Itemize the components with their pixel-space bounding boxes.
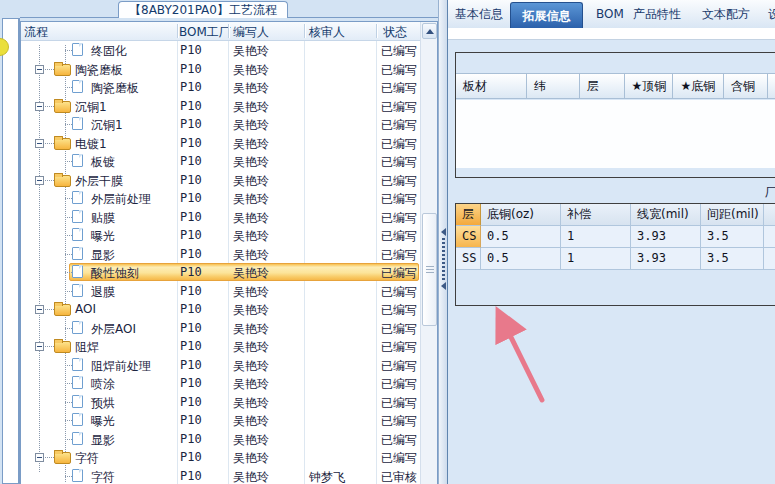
- tree-row-step[interactable]: 曝光 P10 吴艳玲 已编写: [21, 411, 420, 430]
- document-icon: [72, 117, 83, 130]
- tree-row-step[interactable]: 酸性蚀刻 P10 吴艳玲 已编写: [21, 263, 420, 282]
- tree-row-step[interactable]: 喷涂 P10 吴艳玲 已编写: [21, 374, 420, 393]
- column-header-bom[interactable]: BOM工厂: [179, 24, 231, 41]
- tab-basic-info[interactable]: 基本信息: [450, 0, 508, 28]
- tree-row-step[interactable]: 显影 P10 吴艳玲 已编写: [21, 430, 420, 449]
- tree-row-step[interactable]: 退膜 P10 吴艳玲 已编写: [21, 282, 420, 301]
- cell-writer: 吴艳玲: [233, 321, 269, 338]
- tree-row-step[interactable]: 外层前处理 P10 吴艳玲 已编写: [21, 189, 420, 208]
- tree-row-step[interactable]: 字符 P10 吴艳玲 钟梦飞 已审核: [21, 467, 420, 484]
- cell-writer: 吴艳玲: [233, 358, 269, 375]
- document-icon: [72, 395, 83, 408]
- folder-icon: [54, 341, 71, 353]
- column-header-writer[interactable]: 编写人: [233, 24, 269, 41]
- cell-status: 已编写: [381, 191, 420, 208]
- tree-row-step[interactable]: 外层AOI P10 吴艳玲 已编写: [21, 319, 420, 338]
- copper-table-header: 层底铜(oz)补偿线宽(mil)间距(mil): [456, 204, 775, 226]
- tree-row-step[interactable]: 贴膜 P10 吴艳玲 已编写: [21, 208, 420, 227]
- cell-value[interactable]: 0.5: [481, 248, 561, 270]
- tree-row-step[interactable]: 显影 P10 吴艳玲 已编写: [21, 245, 420, 264]
- folder-icon: [54, 304, 71, 316]
- column-header-reviewer[interactable]: 核审人: [309, 24, 345, 41]
- cell-bom-factory: P10: [180, 117, 202, 131]
- tree-row-step[interactable]: 沉铜1 P10 吴艳玲 已编写: [21, 115, 420, 134]
- folder-icon: [54, 452, 71, 464]
- copper-row-ss[interactable]: SS0.513.933.5: [456, 248, 775, 270]
- tree-row-step[interactable]: 终固化 P10 吴艳玲 已编写: [21, 41, 420, 60]
- cell-value[interactable]: 3.5: [701, 226, 764, 248]
- tree-row-folder[interactable]: 阻焊 P10 吴艳玲 已编写: [21, 337, 420, 356]
- cell-status: 已编写: [381, 62, 420, 79]
- cell-layer[interactable]: CS: [456, 226, 481, 248]
- scroll-up-button[interactable]: [422, 23, 437, 39]
- cell-writer: 吴艳玲: [233, 173, 269, 190]
- cell-bom-factory: P10: [180, 265, 202, 279]
- vertical-scrollbar[interactable]: [420, 22, 437, 484]
- tabbar-underline: [448, 28, 775, 40]
- copper-col-header: 层: [456, 204, 481, 226]
- splitter-grip-icon: [442, 238, 445, 280]
- cell-writer: 吴艳玲: [233, 99, 269, 116]
- column-header-flow[interactable]: 流程: [24, 24, 48, 41]
- scrollbar-thumb[interactable]: [422, 213, 437, 326]
- cell-status: 已编写: [381, 117, 420, 134]
- copper-row-cs[interactable]: CS0.513.933.5: [456, 226, 775, 248]
- cell-status: 已编写: [381, 228, 420, 245]
- tab-bom[interactable]: BOM: [588, 0, 632, 28]
- tree-row-folder[interactable]: 沉铜1 P10 吴艳玲 已编写: [21, 97, 420, 116]
- cell-value[interactable]: 1: [561, 226, 631, 248]
- cell-status: 已编写: [381, 173, 420, 190]
- cell-writer: 吴艳玲: [233, 413, 269, 430]
- tree-row-folder[interactable]: AOI P10 吴艳玲 已编写: [21, 300, 420, 319]
- column-separator: [228, 24, 229, 38]
- cell-status: 已编写: [381, 99, 420, 116]
- tree-row-step[interactable]: 板镀 P10 吴艳玲 已编写: [21, 152, 420, 171]
- document-icon: [72, 432, 83, 445]
- cell-bom-factory: P10: [180, 321, 202, 335]
- step-label: 显影: [91, 247, 115, 264]
- left-edge-panel: [0, 0, 20, 484]
- cell-value[interactable]: 3.93: [631, 226, 701, 248]
- document-icon: [72, 284, 83, 297]
- tree-row-folder[interactable]: 字符 P10 吴艳玲 已编写: [21, 448, 420, 467]
- cell-value[interactable]: 0.5: [481, 226, 561, 248]
- tab-product-traits[interactable]: 产品特性: [628, 0, 686, 28]
- tree-row-step[interactable]: 阻焊前处理 P10 吴艳玲 已编写: [21, 356, 420, 375]
- cell-value[interactable]: 3.5: [701, 248, 764, 270]
- cell-writer: 吴艳玲: [233, 80, 269, 97]
- folder-icon: [54, 64, 71, 76]
- cell-bom-factory: P10: [180, 173, 202, 187]
- document-tab-process-flow[interactable]: 【8ABY201PA0】工艺流程: [118, 1, 288, 18]
- tab-partial[interactable]: 设: [764, 0, 775, 28]
- tree-row-folder[interactable]: 外层干膜 P10 吴艳玲 已编写: [21, 171, 420, 190]
- copper-col-header: 底铜(oz): [481, 204, 561, 226]
- cell-layer[interactable]: SS: [456, 248, 481, 270]
- cell-reviewer: 钟梦飞: [309, 469, 345, 484]
- tree-row-step[interactable]: 陶瓷磨板 P10 吴艳玲 已编写: [21, 78, 420, 97]
- tab-extended-info[interactable]: 拓展信息: [510, 2, 583, 28]
- step-label: 字符: [75, 450, 99, 467]
- tree-row-step[interactable]: 预烘 P10 吴艳玲 已编写: [21, 393, 420, 412]
- collapse-left-icon[interactable]: [441, 228, 446, 236]
- cell-bom-factory: P10: [180, 191, 202, 205]
- cell-value[interactable]: 1: [561, 248, 631, 270]
- board-col-header: 含铜: [724, 74, 768, 98]
- panel-splitter[interactable]: [438, 0, 448, 484]
- process-tree-body: 终固化 P10 吴艳玲 已编写 陶瓷磨板 P10 吴艳玲 已编写 陶瓷磨板 P1…: [21, 41, 420, 484]
- cell-status: 已编写: [381, 136, 420, 153]
- tree-row-step[interactable]: 曝光 P10 吴艳玲 已编写: [21, 226, 420, 245]
- cell-value[interactable]: 3.93: [631, 248, 701, 270]
- board-table-empty-area[interactable]: [456, 100, 775, 168]
- cell-bom-factory: P10: [180, 228, 202, 242]
- column-header-status[interactable]: 状态: [383, 24, 407, 41]
- cell-writer: 吴艳玲: [233, 284, 269, 301]
- step-label: 陶瓷磨板: [75, 62, 123, 79]
- collapse-left-icon[interactable]: [441, 282, 446, 290]
- step-label: 曝光: [91, 413, 115, 430]
- cell-writer: 吴艳玲: [233, 450, 269, 467]
- tree-row-folder[interactable]: 陶瓷磨板 P10 吴艳玲 已编写: [21, 60, 420, 79]
- tab-text-recipe[interactable]: 文本配方: [697, 0, 755, 28]
- cell-bom-factory: P10: [180, 450, 202, 464]
- tree-row-folder[interactable]: 电镀1 P10 吴艳玲 已编写: [21, 134, 420, 153]
- cell-status: 已编写: [381, 432, 420, 449]
